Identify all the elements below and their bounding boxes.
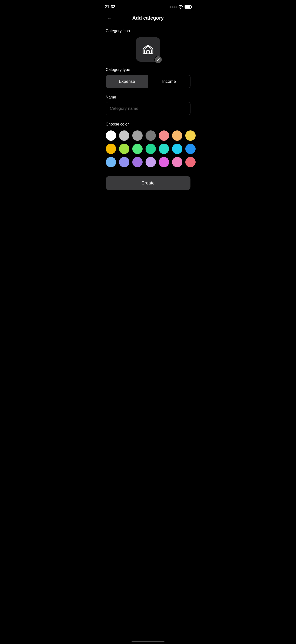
content: Category icon Category type Expense Inco… (100, 25, 196, 199)
color-circle[interactable] (146, 144, 156, 154)
color-circle[interactable] (146, 157, 156, 167)
home-icon (141, 42, 155, 56)
signal-icon (170, 6, 177, 8)
back-button[interactable]: ← (105, 14, 114, 22)
edit-badge[interactable] (154, 56, 162, 64)
status-time: 21:32 (105, 4, 115, 9)
pencil-icon (156, 58, 160, 62)
wifi-icon (178, 5, 183, 8)
color-circle[interactable] (185, 130, 196, 141)
color-circle[interactable] (106, 130, 116, 141)
color-circle[interactable] (132, 144, 143, 154)
color-circle[interactable] (185, 157, 196, 167)
choose-color-label: Choose color (106, 122, 190, 126)
page-title: Add category (132, 15, 164, 21)
status-right (170, 5, 191, 8)
color-circle[interactable] (146, 130, 156, 141)
color-circle[interactable] (172, 144, 182, 154)
color-circle[interactable] (132, 157, 143, 167)
create-button[interactable]: Create (106, 176, 190, 190)
color-circle[interactable] (119, 157, 129, 167)
icon-container (136, 37, 160, 62)
color-circle[interactable] (159, 144, 169, 154)
color-circle[interactable] (106, 144, 116, 154)
color-grid (106, 130, 190, 167)
color-circle[interactable] (172, 157, 182, 167)
color-circle[interactable] (106, 157, 116, 167)
battery-icon (185, 5, 191, 8)
color-circle[interactable] (159, 130, 169, 141)
dynamic-island (133, 3, 163, 11)
color-circle[interactable] (185, 144, 196, 154)
expense-button[interactable]: Expense (106, 75, 148, 88)
category-name-input[interactable] (106, 102, 190, 115)
category-type-label: Category type (106, 68, 190, 72)
color-circle[interactable] (119, 130, 129, 141)
color-circle[interactable] (132, 130, 143, 141)
type-toggle: Expense Income (106, 75, 190, 88)
color-circle[interactable] (172, 130, 182, 141)
name-label: Name (106, 95, 190, 100)
category-icon-label: Category icon (106, 29, 190, 33)
color-circle[interactable] (119, 144, 129, 154)
color-circle[interactable] (159, 157, 169, 167)
nav-header: ← Add category (100, 12, 196, 25)
income-button[interactable]: Income (148, 75, 190, 88)
